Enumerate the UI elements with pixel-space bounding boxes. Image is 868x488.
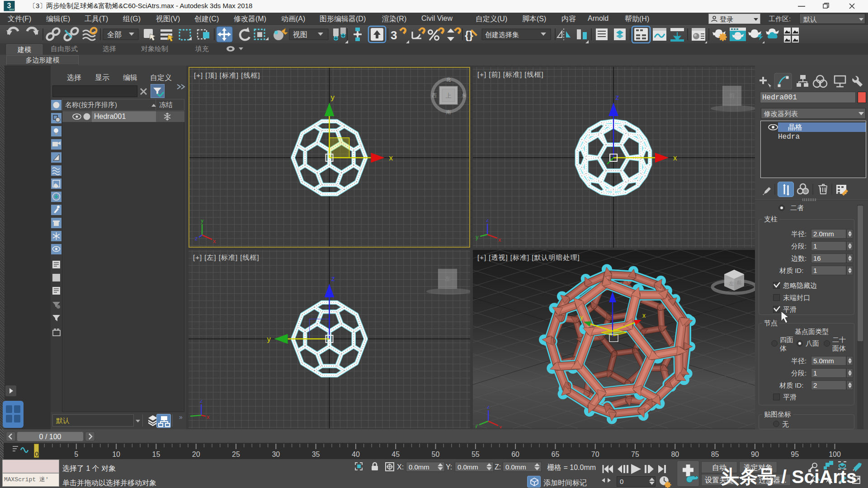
svg-text:40: 40 xyxy=(352,450,360,458)
svg-text:y: y xyxy=(476,422,478,428)
svg-text:80: 80 xyxy=(671,450,679,458)
svg-text:y: y xyxy=(201,220,204,224)
svg-text:x: x xyxy=(498,236,501,243)
svg-text:西: 西 xyxy=(432,93,437,98)
svg-text:左: 左 xyxy=(445,275,451,282)
svg-text:20: 20 xyxy=(192,450,200,458)
svg-text:90: 90 xyxy=(751,450,759,458)
svg-text:南: 南 xyxy=(446,109,451,115)
svg-text:x: x xyxy=(389,154,393,162)
svg-text:北: 北 xyxy=(446,77,451,82)
svg-text:全部: 全部 xyxy=(107,31,122,38)
svg-text:左: 左 xyxy=(729,281,734,286)
svg-text:y: y xyxy=(267,335,271,343)
svg-text:MAX: MAX xyxy=(9,8,15,11)
svg-text:前: 前 xyxy=(729,92,735,99)
svg-text:z: z xyxy=(615,93,619,102)
svg-text:95: 95 xyxy=(791,450,799,458)
svg-text:z: z xyxy=(331,274,335,283)
svg-text:30: 30 xyxy=(272,450,280,458)
svg-text:x: x xyxy=(207,413,210,420)
svg-text:y: y xyxy=(476,234,479,240)
svg-text:x: x xyxy=(213,238,216,244)
svg-text:上: 上 xyxy=(446,92,452,99)
svg-text:x: x xyxy=(499,424,502,428)
svg-text:50: 50 xyxy=(432,450,440,458)
svg-text:55: 55 xyxy=(472,450,480,458)
svg-text:创建选择集: 创建选择集 xyxy=(485,31,519,38)
svg-text:y: y xyxy=(189,413,189,420)
svg-text:75: 75 xyxy=(631,450,639,458)
svg-text:东: 东 xyxy=(462,93,467,98)
svg-text:y: y xyxy=(331,93,335,102)
svg-text:前: 前 xyxy=(736,280,742,285)
svg-text:85: 85 xyxy=(711,450,719,458)
svg-text:y: y xyxy=(580,314,583,321)
svg-text:100: 100 xyxy=(829,450,841,458)
svg-text:x: x xyxy=(642,312,646,319)
svg-text:视图: 视图 xyxy=(292,31,307,38)
svg-text:z: z xyxy=(486,219,489,223)
svg-text:15: 15 xyxy=(152,450,160,458)
svg-text:70: 70 xyxy=(591,450,599,458)
svg-text:z: z xyxy=(200,400,203,404)
svg-text:3: 3 xyxy=(391,28,397,42)
svg-text:45: 45 xyxy=(392,450,400,458)
svg-text:z: z xyxy=(195,235,198,242)
svg-text:25: 25 xyxy=(232,450,240,458)
svg-text:5: 5 xyxy=(74,450,78,458)
svg-text:35: 35 xyxy=(312,450,320,458)
svg-text:z: z xyxy=(487,406,490,410)
svg-text:60: 60 xyxy=(511,450,519,458)
svg-text:10: 10 xyxy=(112,450,120,458)
svg-text:x: x xyxy=(673,154,677,162)
svg-text:65: 65 xyxy=(552,450,560,458)
